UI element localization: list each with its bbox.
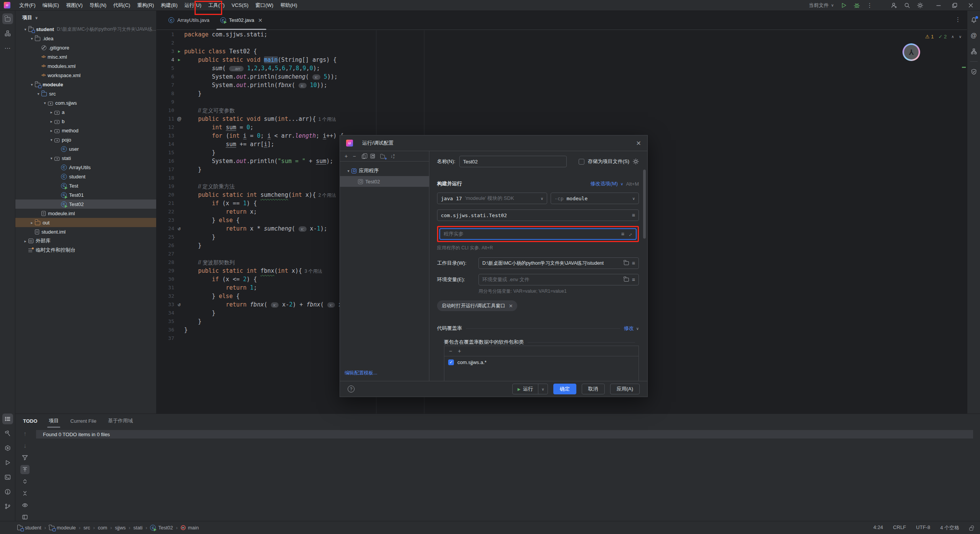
tab-close-icon[interactable]: ✕ xyxy=(258,17,263,23)
autoscroll-to-source-button[interactable] xyxy=(20,465,30,474)
name-field[interactable]: Test02 xyxy=(459,156,567,167)
chevron-icon[interactable]: ▾ xyxy=(35,92,41,96)
chevron-icon[interactable]: ▸ xyxy=(48,110,54,114)
menu-item-2[interactable]: 编辑(E) xyxy=(39,0,63,10)
tree-item-modeule.iml[interactable]: modeule.iml xyxy=(15,209,156,218)
project-toolwindow-button[interactable] xyxy=(2,13,13,24)
tree-item-modules.xml[interactable]: </>modules.xml xyxy=(15,61,156,71)
status-item[interactable]: CRLF xyxy=(893,524,906,531)
new-folder-button[interactable]: + xyxy=(380,154,385,159)
status-item[interactable]: 4:24 xyxy=(873,524,883,531)
tree-item-misc.xml[interactable]: </>misc.xml xyxy=(15,52,156,61)
breadcrumb-main[interactable]: mmain xyxy=(181,525,199,531)
more-actions-icon[interactable]: ⋮ xyxy=(867,2,873,9)
tree-item-临时文件和控制台[interactable]: 临时文件和控制台 xyxy=(15,246,156,255)
recursive-call-gutter-icon[interactable]: ↺ xyxy=(174,300,184,309)
breadcrumb-modeule[interactable]: modeule xyxy=(49,525,76,531)
chevron-icon[interactable]: ▸ xyxy=(29,221,35,225)
tree-item-student[interactable]: Cstudent xyxy=(15,172,156,181)
classpath-module-select[interactable]: -cp modeule ∨ xyxy=(551,193,639,204)
user-avatar[interactable] xyxy=(902,43,920,61)
copy-configuration-button[interactable] xyxy=(362,155,365,159)
notifications-button[interactable] xyxy=(971,17,977,23)
terminal-toolwindow-button[interactable] xyxy=(2,472,13,483)
chevron-icon[interactable]: ▸ xyxy=(22,239,28,243)
tree-item-user[interactable]: Cuser xyxy=(15,144,156,153)
prev-problem-icon[interactable]: ∧ xyxy=(951,35,954,39)
todo-tab-Current File[interactable]: Current File xyxy=(70,414,96,428)
chip-remove-icon[interactable]: ✕ xyxy=(509,303,513,309)
run-button[interactable] xyxy=(841,2,847,8)
dependencies-check-button[interactable] xyxy=(971,69,977,75)
dialog-close-icon[interactable]: ✕ xyxy=(636,140,641,147)
run-configuration-widget[interactable]: 当前文件 ∨ xyxy=(809,2,834,9)
menu-item-10[interactable]: VCS(S) xyxy=(228,0,252,10)
menu-item-8[interactable]: 运行(U) xyxy=(181,0,205,10)
add-package-button[interactable]: + xyxy=(458,348,461,354)
chevron-icon[interactable]: ▾ xyxy=(42,101,48,105)
group-by-button[interactable] xyxy=(20,513,30,522)
todo-result-row[interactable]: Found 0 TODO items in 0 files xyxy=(36,430,973,438)
menu-item-6[interactable]: 重构(R) xyxy=(134,0,157,10)
tree-item-Test01[interactable]: CTest01 xyxy=(15,190,156,199)
store-as-project-file-checkbox[interactable] xyxy=(579,159,584,165)
apply-button[interactable]: 应用(A) xyxy=(610,384,640,394)
chevron-icon[interactable]: ▾ xyxy=(22,27,28,31)
tree-item-Test[interactable]: CTest xyxy=(15,181,156,190)
menu-item-3[interactable]: 视图(V) xyxy=(63,0,86,10)
browse-icon[interactable]: ≡ xyxy=(621,231,624,237)
menu-item-1[interactable]: 文件(F) xyxy=(16,0,39,10)
previous-todo-button[interactable]: ↑ xyxy=(20,429,30,438)
debug-button[interactable] xyxy=(854,2,860,8)
open-run-toolwindow-chip[interactable]: 启动时打开运行/调试工具窗口 ✕ xyxy=(437,300,517,311)
run-gutter-icon[interactable]: ▶ xyxy=(174,47,184,56)
tree-item-.idea[interactable]: ▾.idea xyxy=(15,34,156,43)
coverage-package-row[interactable]: ✓ com.sjjws.a.* xyxy=(444,356,638,368)
structure-toolwindow-button[interactable] xyxy=(2,28,13,39)
sort-configurations-button[interactable]: ↓az xyxy=(390,153,394,159)
build-toolwindow-button[interactable] xyxy=(2,428,13,439)
unlocked-icon[interactable] xyxy=(969,527,973,531)
settings-button[interactable] xyxy=(917,2,923,8)
tree-item-stati[interactable]: ▾stati xyxy=(15,153,156,163)
breadcrumb-stati[interactable]: stati xyxy=(134,525,143,531)
inspection-widget[interactable]: ⚠ 1 ✓ 2 ∧ ∨ xyxy=(925,34,962,40)
tree-item-pojo[interactable]: ▾pojo xyxy=(15,135,156,144)
status-item[interactable]: UTF-8 xyxy=(916,524,930,531)
cancel-button[interactable]: 取消 xyxy=(582,384,605,394)
folder-browse-icon[interactable] xyxy=(624,261,629,265)
modify-options-link[interactable]: 修改选项(M) xyxy=(591,180,618,187)
configuration-type-application[interactable]: ▾ 应用程序 xyxy=(340,165,429,176)
tree-item-a[interactable]: ▸a xyxy=(15,107,156,117)
todo-toolwindow-button[interactable] xyxy=(2,414,13,424)
menu-item-12[interactable]: 帮助(H) xyxy=(277,0,300,10)
hierarchy-toolwindow-button[interactable] xyxy=(971,48,977,54)
dialog-scrollbar[interactable] xyxy=(643,170,646,239)
expand-field-icon[interactable]: ↔ xyxy=(626,230,634,238)
version-control-toolwindow-button[interactable] xyxy=(2,501,13,512)
main-class-field[interactable]: com.sjjws.stati.Test02 ≡ xyxy=(437,209,639,221)
status-item[interactable]: 4 个空格 xyxy=(940,524,959,531)
ok-button[interactable]: 确定 xyxy=(553,384,576,394)
chevron-icon[interactable]: ▸ xyxy=(48,129,54,133)
store-settings-gear-icon[interactable] xyxy=(633,158,639,165)
menu-item-5[interactable]: 代码(C) xyxy=(110,0,134,10)
chevron-icon[interactable]: ▾ xyxy=(48,138,54,142)
chevron-expanded-icon[interactable]: ▾ xyxy=(345,169,351,173)
next-todo-button[interactable]: ↓ xyxy=(20,441,30,450)
tree-item-Test02[interactable]: CTest02 xyxy=(15,199,156,209)
todo-tab-基于作用域[interactable]: 基于作用域 xyxy=(108,414,133,428)
next-problem-icon[interactable]: ∨ xyxy=(959,35,962,39)
browse-icon[interactable]: ≡ xyxy=(632,212,635,218)
remove-configuration-button[interactable]: − xyxy=(353,153,356,159)
browse-icon[interactable]: ≡ xyxy=(632,277,635,283)
tree-item-.gitignore[interactable]: .gitignore xyxy=(15,43,156,52)
breadcrumb-com[interactable]: com xyxy=(98,525,107,531)
coverage-modify-link[interactable]: 修改 xyxy=(624,325,634,332)
search-everywhere-button[interactable] xyxy=(904,2,910,8)
services-toolwindow-button[interactable] xyxy=(2,443,13,453)
browse-icon[interactable]: ≡ xyxy=(632,260,635,266)
more-toolwindows-button[interactable]: ⋯ xyxy=(2,43,13,53)
minimize-button[interactable] xyxy=(935,2,942,8)
chevron-icon[interactable]: ▾ xyxy=(29,82,35,87)
